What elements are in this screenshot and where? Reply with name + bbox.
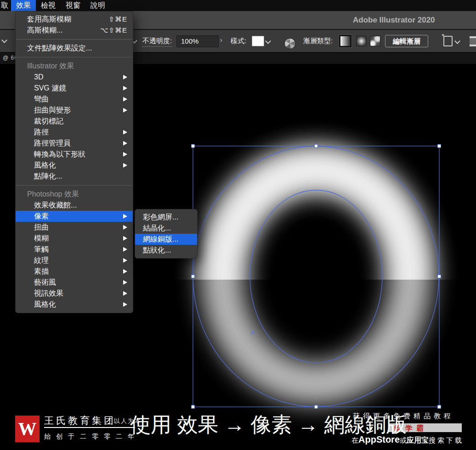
menu-item-label: 點陣化... <box>34 172 62 181</box>
menubar-item-4[interactable]: 說明 <box>85 0 110 11</box>
menu-section-label: Illustrator 效果 <box>16 61 133 72</box>
menubar-item-0[interactable]: 取 <box>0 0 11 11</box>
menu-item[interactable]: 路徑管理員 <box>16 138 133 149</box>
menu-item-label: 模糊 <box>34 234 49 243</box>
menubar: 取效果檢視視窗說明 <box>0 0 476 11</box>
menu-item-label: 3D <box>34 73 43 81</box>
menu-item-label: 紋理 <box>34 256 49 265</box>
menu-item[interactable]: 文件點陣效果設定... <box>16 43 133 54</box>
submenu-item[interactable]: 彩色網屏... <box>135 212 197 223</box>
menu-item-label: 路徑 <box>34 128 49 137</box>
menu-item[interactable]: 紋理 <box>16 255 133 266</box>
new-document-icon[interactable] <box>443 36 453 46</box>
pixel-submenu-panel: 彩色網屏...結晶化...網線銅版...點狀化... <box>135 209 198 259</box>
menu-item[interactable]: 筆觸 <box>16 244 133 255</box>
menu-item-label: 風格化 <box>34 300 56 309</box>
menu-separator <box>16 39 132 39</box>
submenu-arrow-icon <box>123 108 127 112</box>
submenu-arrow-icon <box>123 163 127 168</box>
submenu-arrow-icon <box>123 75 127 79</box>
menu-item[interactable]: 效果收藏館... <box>16 200 133 211</box>
menu-item-label: 裁切標記 <box>34 117 63 126</box>
illustrator-window: 取效果檢視視窗說明 Adobe Illustrator 2020 不透明度: 1… <box>0 0 476 450</box>
menu-item-label: Illustrator 效果 <box>27 62 74 71</box>
promo-text: 搜索下载 <box>429 436 464 444</box>
opacity-label[interactable]: 不透明度: <box>142 37 172 47</box>
menu-item[interactable]: 高斯模糊...⌥⇧⌘E <box>16 25 133 36</box>
submenu-arrow-icon <box>123 141 127 146</box>
opacity-input[interactable]: 100% <box>176 35 219 47</box>
footer-branding: 获得更多免费精品教程 绘学霸 在AppStore或应用宝搜索下载 W 王氏教育集… <box>0 404 476 450</box>
submenu-arrow-icon <box>123 258 127 263</box>
menu-item-label: 像素 <box>34 212 49 221</box>
yingyongbao-text: 应用宝 <box>407 436 429 444</box>
menu-item-label: 套用高斯模糊 <box>27 15 71 24</box>
menu-item[interactable]: 藝術風 <box>16 277 133 288</box>
submenu-item[interactable]: 結晶化... <box>135 223 197 234</box>
menu-item-label: 高斯模糊... <box>27 26 62 35</box>
menu-item[interactable]: SVG 濾鏡 <box>16 83 133 94</box>
menu-item[interactable]: 轉換為以下形狀 <box>16 149 133 160</box>
inner-path-outline[interactable] <box>250 190 382 363</box>
chevron-down-icon[interactable] <box>2 38 7 41</box>
style-swatch[interactable] <box>252 36 264 46</box>
menu-item-label: 筆觸 <box>34 245 49 254</box>
menu-shortcut: ⇧⌘E <box>108 15 127 23</box>
submenu-arrow-icon <box>123 280 127 285</box>
menu-item[interactable]: 風格化 <box>16 160 133 171</box>
style-label: 樣式: <box>231 37 246 45</box>
menu-item[interactable]: 風格化 <box>16 299 133 310</box>
menubar-item-2[interactable]: 檢視 <box>36 0 61 11</box>
edit-gradient-button[interactable]: 編輯漸層 <box>385 35 428 47</box>
gradient-linear-swatch[interactable] <box>340 36 351 46</box>
recolor-artwork-icon[interactable] <box>284 38 295 49</box>
chevron-down-icon[interactable] <box>455 39 460 42</box>
gradient-freeform-swatch[interactable] <box>370 36 380 46</box>
chevron-down-icon[interactable] <box>266 39 271 42</box>
gradient-type-label: 漸層類型: <box>303 37 333 45</box>
menu-item[interactable]: 模糊 <box>16 233 133 244</box>
menu-section-label: Photoshop 效果 <box>16 189 133 200</box>
menu-item[interactable]: 點陣化... <box>16 171 133 182</box>
menu-item-label: 文件點陣效果設定... <box>27 44 92 53</box>
menu-item[interactable]: 扭曲與變形 <box>16 105 133 116</box>
menu-item[interactable]: 3D <box>16 72 133 83</box>
chevron-right-icon[interactable]: › <box>220 36 222 44</box>
panel-toggle-icon[interactable] <box>470 36 476 46</box>
menu-shortcut: ⌥⇧⌘E <box>100 26 127 34</box>
submenu-arrow-icon <box>123 269 127 274</box>
submenu-arrow-icon <box>123 86 127 90</box>
submenu-arrow-icon <box>123 97 127 101</box>
menu-item[interactable]: 套用高斯模糊⇧⌘E <box>16 14 133 25</box>
app-title: Adobe Illustrator 2020 <box>353 16 435 25</box>
menubar-item-1[interactable]: 效果 <box>11 0 36 11</box>
menu-item[interactable]: 裁切標記 <box>16 116 133 127</box>
submenu-item[interactable]: 點狀化... <box>135 245 197 256</box>
submenu-arrow-icon <box>123 152 127 157</box>
menu-item-label: 扭曲 <box>34 223 49 232</box>
menu-item-label: 風格化 <box>34 161 56 170</box>
menu-item-label: 彎曲 <box>34 95 49 104</box>
menubar-item-3[interactable]: 視窗 <box>61 0 85 11</box>
menu-item-label: 視訊效果 <box>34 289 63 298</box>
submenu-arrow-icon <box>123 302 127 307</box>
menu-item[interactable]: 像素 <box>16 211 133 222</box>
tutorial-caption: 使用 效果 → 像素 → 網線銅版 <box>130 411 407 439</box>
menu-item-label: SVG 濾鏡 <box>34 84 66 93</box>
submenu-arrow-icon <box>123 236 127 241</box>
menu-separator <box>16 57 132 57</box>
menu-item[interactable]: 素描 <box>16 266 133 277</box>
submenu-arrow-icon <box>123 247 127 252</box>
menu-item-label: 藝術風 <box>34 278 56 287</box>
menu-item-label: 效果收藏館... <box>34 201 77 210</box>
submenu-item[interactable]: 網線銅版... <box>135 234 197 245</box>
submenu-arrow-icon <box>123 291 127 296</box>
menu-item[interactable]: 路徑 <box>16 127 133 138</box>
menu-item[interactable]: 彎曲 <box>16 94 133 105</box>
gradient-radial-swatch[interactable] <box>356 36 367 46</box>
menu-item[interactable]: 視訊效果 <box>16 288 133 299</box>
menu-item[interactable]: 扭曲 <box>16 222 133 233</box>
menu-item-label: Photoshop 效果 <box>27 190 79 199</box>
submenu-arrow-icon <box>123 225 127 230</box>
menu-item-label: 素描 <box>34 267 49 276</box>
